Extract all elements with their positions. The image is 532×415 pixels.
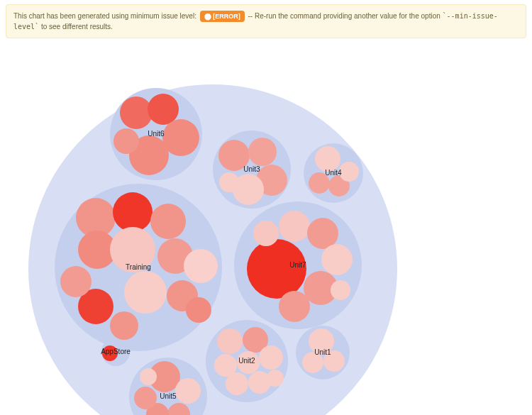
pack-leaf-t4[interactable] — [150, 204, 186, 239]
pack-leaf-t12[interactable] — [110, 311, 138, 340]
chart-svg: Unit6Unit3Unit4TrainingUnit7Unit1Unit2Un… — [0, 38, 532, 415]
pack-leaf-u1c[interactable] — [323, 350, 345, 372]
pack-leaf-u4b[interactable] — [309, 172, 330, 194]
pack-leaf-as1[interactable] — [102, 345, 118, 361]
pack-leaf-u2h[interactable] — [267, 370, 284, 387]
pack-leaf-u7b[interactable] — [279, 211, 310, 242]
pack-leaf-t5[interactable] — [110, 227, 155, 272]
pack-leaf-u4d[interactable] — [339, 162, 359, 182]
pack-leaf-u2c[interactable] — [259, 345, 283, 370]
error-badge: ⬤ [ERROR] — [200, 11, 245, 22]
pack-leaf-u7g[interactable] — [279, 291, 310, 322]
pack-leaf-u4a[interactable] — [315, 146, 340, 172]
pack-leaf-u2d[interactable] — [237, 351, 260, 374]
pack-leaf-t10[interactable] — [186, 297, 211, 323]
banner-text-suffix: to see different results. — [41, 23, 113, 31]
pack-leaf-u7c[interactable] — [307, 218, 338, 249]
pack-leaf-u3e[interactable] — [219, 172, 239, 192]
pack-leaf-t7[interactable] — [184, 249, 218, 283]
shield-icon: ⬤ — [204, 13, 211, 20]
pack-leaf-t13[interactable] — [60, 266, 92, 297]
pack-leaf-u2a[interactable] — [217, 328, 243, 354]
banner-text-mid: -- Re-run the command providing another … — [248, 12, 443, 20]
pack-leaf-u7e[interactable] — [253, 221, 279, 246]
pack-leaf-u1b[interactable] — [302, 352, 323, 373]
circle-pack-chart: Unit6Unit3Unit4TrainingUnit7Unit1Unit2Un… — [0, 38, 532, 415]
pack-leaf-t3[interactable] — [113, 192, 153, 232]
banner-text-prefix: This chart has been generated using mini… — [13, 12, 199, 20]
pack-leaf-u6a[interactable] — [120, 96, 153, 129]
pack-leaf-u3b[interactable] — [248, 138, 277, 166]
pack-leaf-u2f[interactable] — [226, 372, 248, 395]
pack-leaf-u7h[interactable] — [331, 280, 350, 300]
pack-leaf-u5b[interactable] — [175, 378, 201, 404]
pack-leaf-t8[interactable] — [124, 271, 167, 314]
info-banner: This chart has been generated using mini… — [6, 4, 526, 38]
pack-leaf-u3a[interactable] — [218, 140, 250, 171]
pack-leaf-u7a[interactable] — [247, 239, 306, 299]
pack-leaf-u7d[interactable] — [321, 244, 353, 275]
pack-leaf-u5e[interactable] — [134, 387, 157, 409]
pack-leaf-u6b[interactable] — [148, 94, 179, 125]
pack-leaf-u5f[interactable] — [140, 368, 157, 385]
pack-leaf-u1a[interactable] — [309, 328, 334, 354]
pack-leaf-u6e[interactable] — [113, 128, 139, 154]
error-badge-text: [ERROR] — [213, 13, 240, 20]
